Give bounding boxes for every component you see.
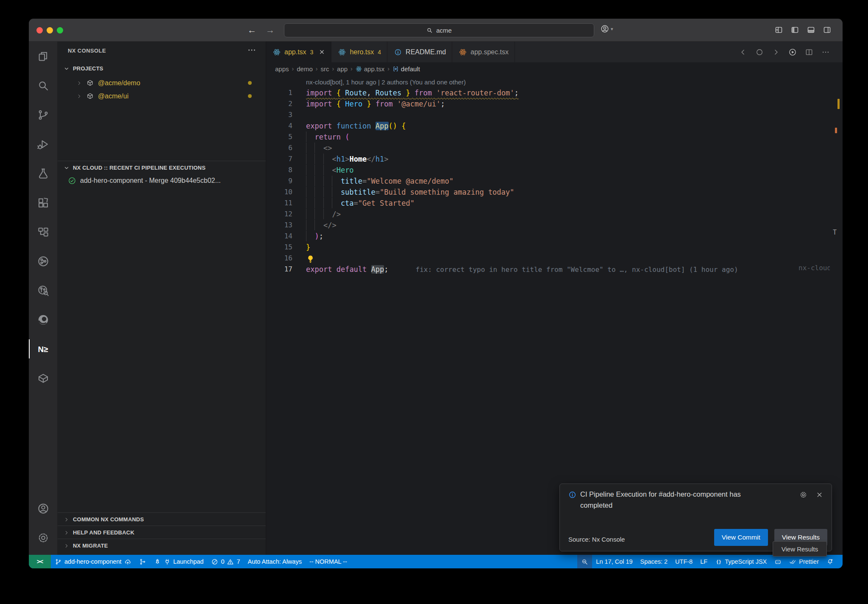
line-content[interactable]: export default App;fix: correct typo in …	[306, 264, 738, 275]
activity-bar-item-containers[interactable]	[29, 364, 58, 393]
close-icon[interactable]	[816, 491, 823, 499]
status-encoding[interactable]: UTF-8	[671, 555, 696, 568]
layout-panel-icon[interactable]	[807, 25, 815, 34]
status-auto-attach[interactable]: Auto Attach: Always	[244, 555, 306, 568]
code-token: <>	[323, 144, 332, 152]
nx-cloud-section-header[interactable]: NX CLOUD :: RECENT CI PIPELINE EXECUTION…	[58, 161, 266, 174]
activity-bar-item-ci-pipeline[interactable]	[29, 246, 58, 276]
activity-bar-item-pipeline-search[interactable]	[29, 276, 58, 305]
line-content[interactable]: );	[306, 231, 323, 242]
activity-bar-item-run-and-debug[interactable]	[29, 129, 58, 159]
open-changes-icon[interactable]	[755, 48, 764, 56]
breadcrumb-item-app.tsx[interactable]: app.tsx	[356, 65, 384, 73]
zoom-window-button[interactable]	[57, 27, 63, 34]
status-git-graph[interactable]	[135, 555, 150, 568]
close-tab-icon[interactable]	[319, 49, 325, 55]
status-label: UTF-8	[675, 558, 693, 565]
line-content[interactable]: <h1>Home</h1>	[306, 154, 389, 165]
project-item[interactable]: @acme/ui	[58, 89, 266, 103]
activity-bar-item-accounts[interactable]	[29, 494, 58, 523]
line-content[interactable]: export function App() {	[306, 120, 406, 131]
more-actions-icon[interactable]	[247, 45, 256, 55]
code-editor[interactable]: nx-cloud[bot], 1 hour ago | 2 authors (Y…	[266, 76, 830, 275]
project-item[interactable]: @acme/demo	[58, 76, 266, 89]
line-content[interactable]: nx-cloud[bot], 1 hour ago | 2 authors (Y…	[306, 76, 466, 87]
breadcrumb-item-app[interactable]: app	[337, 65, 348, 73]
pipeline-execution-item[interactable]: add-hero-component - Merge 409b44e5cb02.…	[58, 174, 266, 187]
status-eol[interactable]: LF	[696, 555, 711, 568]
activity-bar-item-settings[interactable]	[29, 523, 58, 552]
layout-sidebar-left-icon[interactable]	[790, 25, 799, 34]
activity-bar-item-project-graph[interactable]	[29, 217, 58, 246]
breadcrumb-item-src[interactable]: src	[320, 65, 329, 73]
tab-app.spec.tsx[interactable]: app.spec.tsx	[452, 42, 515, 62]
view-commit-button[interactable]: View Commit	[714, 529, 768, 546]
line-content[interactable]: subtitle="Build something amazing today"	[306, 187, 514, 198]
section-header-common-nx-commands[interactable]: COMMON NX COMMANDS	[58, 513, 266, 526]
notification-settings-icon[interactable]	[799, 491, 807, 499]
status-notifications[interactable]	[823, 555, 837, 568]
breadcrumb-item-demo[interactable]: demo	[297, 65, 313, 73]
code-token	[341, 89, 345, 97]
status-vim-mode[interactable]: -- NORMAL --	[306, 555, 351, 568]
activity-bar-item-nx-console[interactable]: N≥	[29, 334, 58, 364]
prev-change-icon[interactable]	[739, 48, 747, 56]
minimize-window-button[interactable]	[47, 27, 53, 34]
code-token	[371, 122, 376, 130]
line-content[interactable]: />	[306, 209, 341, 220]
code-token	[371, 100, 376, 108]
activity-bar-item-testing[interactable]	[29, 159, 58, 188]
status-git-branch[interactable]: add-hero-component	[51, 555, 135, 568]
indent-guide	[314, 187, 323, 197]
status-indentation[interactable]: Spaces: 2	[637, 555, 672, 568]
tab-README.md[interactable]: README.md	[387, 42, 452, 62]
close-window-button[interactable]	[36, 27, 43, 34]
tab-hero.tsx[interactable]: hero.tsx4	[331, 42, 387, 62]
status-screencast-zoom[interactable]	[577, 555, 592, 568]
status-launchpad[interactable]: Launchpad	[150, 555, 208, 568]
line-content[interactable]: title="Welcome @acme/demo"	[306, 176, 453, 187]
run-file-icon[interactable]	[788, 48, 797, 56]
activity-bar-item-search[interactable]	[29, 71, 58, 100]
section-header-help-and-feedback[interactable]: HELP AND FEEDBACK	[58, 526, 266, 539]
line-content[interactable]: import { Route, Routes } from 'react-rou…	[306, 87, 519, 98]
navigate-back-icon[interactable]: ←	[248, 25, 256, 35]
activity-bar-item-extensions[interactable]	[29, 188, 58, 217]
split-editor-icon[interactable]	[805, 48, 813, 56]
lightbulb-icon[interactable]	[306, 254, 315, 263]
next-change-icon[interactable]	[772, 48, 780, 56]
line-content[interactable]: return (	[306, 131, 349, 143]
status-remote-window[interactable]: ><	[29, 555, 51, 568]
tab-app.tsx[interactable]: app.tsx3	[266, 42, 331, 62]
code-token: 'react-router-dom'	[436, 89, 514, 97]
activity-bar-item-source-control[interactable]	[29, 100, 58, 129]
breadcrumb-item-apps[interactable]: apps	[275, 65, 289, 73]
blame-annotation-row: nx-cloud[bot], 1 hour ago | 2 authors (Y…	[266, 76, 830, 87]
activity-bar-item-edge-browser[interactable]	[29, 305, 58, 334]
breadcrumb-item-default[interactable]: default	[392, 65, 420, 73]
line-content[interactable]: }	[306, 242, 310, 253]
profile-button[interactable]: ▾	[600, 24, 613, 34]
projects-section-header[interactable]: PROJECTS	[58, 62, 266, 75]
status-problems[interactable]: 07	[207, 555, 244, 568]
navigate-forward-icon[interactable]: →	[266, 25, 275, 35]
line-content[interactable]: </>	[306, 220, 337, 231]
editor-group[interactable]: app.tsx3hero.tsx4README.mdapp.spec.tsx a…	[266, 42, 843, 555]
minimap[interactable]: T	[830, 62, 843, 555]
more-actions-icon[interactable]	[821, 48, 830, 56]
line-content[interactable]: <>	[306, 143, 332, 154]
layout-sidebar-right-icon[interactable]	[823, 25, 832, 34]
line-content[interactable]: <Hero	[306, 165, 354, 176]
status-language-mode[interactable]: {}TypeScript JSX	[711, 555, 771, 568]
line-content[interactable]: cta="Get Started"	[306, 198, 415, 209]
layout-customize-icon[interactable]	[774, 25, 783, 34]
line-content[interactable]: import { Hero } from '@acme/ui';	[306, 98, 445, 109]
line-content[interactable]	[306, 253, 315, 264]
command-center-search[interactable]: acme	[284, 23, 594, 37]
section-header-nx-migrate[interactable]: NX MIGRATE	[58, 539, 266, 552]
status-copilot[interactable]	[771, 555, 785, 568]
status-formatter[interactable]: Prettier	[785, 555, 823, 568]
code-token: {	[401, 122, 406, 130]
activity-bar-item-explorer[interactable]	[29, 42, 58, 71]
status-cursor-position[interactable]: Ln 17, Col 19	[592, 555, 636, 568]
